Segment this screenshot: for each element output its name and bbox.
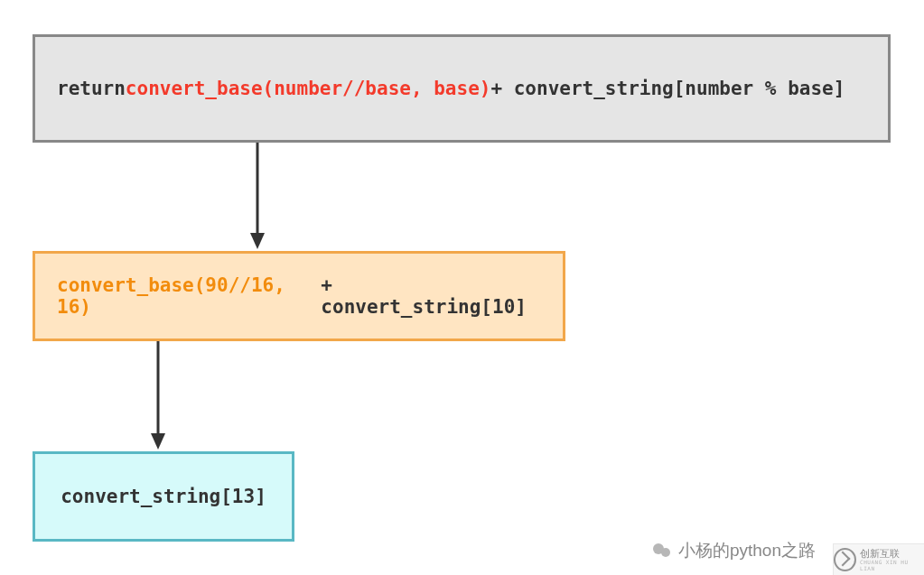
recursive-call-value: convert_base(90//16, 16) — [57, 274, 321, 318]
code-box-3: convert_string[13] — [33, 451, 294, 542]
recursive-call-highlight: convert_base(number//base, base) — [126, 78, 491, 99]
concat-expression-1: + convert_string[number % base] — [490, 78, 845, 99]
brand-sub: CHUANG XIN HU LIAN — [860, 559, 924, 571]
return-keyword: return — [57, 78, 126, 99]
svg-point-5 — [661, 548, 670, 557]
code-box-2: convert_base(90//16, 16) + convert_strin… — [33, 251, 565, 341]
author-watermark: 小杨的python之路 — [651, 539, 816, 562]
author-name: 小杨的python之路 — [678, 539, 816, 562]
svg-marker-3 — [151, 433, 165, 450]
brand-watermark: 创新互联 CHUANG XIN HU LIAN — [833, 543, 924, 575]
wechat-icon — [651, 540, 673, 561]
arrow-1 — [248, 143, 266, 251]
svg-marker-1 — [250, 233, 265, 249]
arrow-2 — [149, 341, 167, 451]
brand-name: 创新互联 — [860, 549, 924, 559]
base-case-result: convert_string[13] — [61, 486, 266, 507]
code-box-1: return convert_base(number//base, base) … — [33, 34, 891, 143]
brand-logo-icon — [834, 548, 856, 571]
concat-expression-2: + convert_string[10] — [321, 274, 541, 318]
